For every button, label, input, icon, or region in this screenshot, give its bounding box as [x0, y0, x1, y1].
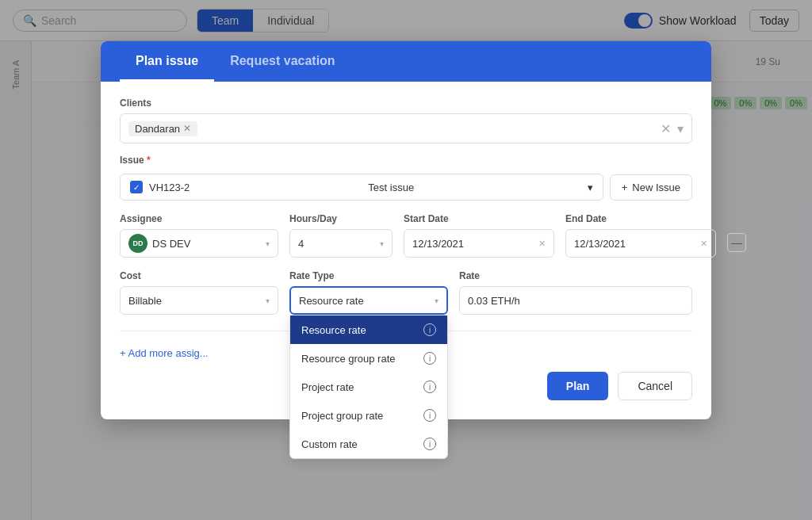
- end-date-value: 12/13/2021: [574, 238, 695, 250]
- rate-field-group: Rate 0.03 ETH/h: [459, 270, 692, 315]
- issue-id: VH123-2: [149, 182, 362, 193]
- dropdown-item-custom-rate[interactable]: Custom rate i: [290, 430, 447, 458]
- hours-select[interactable]: 4 ▾: [289, 229, 393, 258]
- rate-label: Rate: [459, 270, 692, 281]
- dropdown-item-project-group-rate[interactable]: Project group rate i: [290, 401, 447, 430]
- modal-tab-vacation[interactable]: Request vacation: [214, 41, 350, 82]
- assignee-row: Assignee DD DS DEV ▾ Hours/Day 4 ▾ Start…: [120, 213, 692, 258]
- rate-type-label: Rate Type: [289, 270, 448, 281]
- issue-select[interactable]: ✓ VH123-2 Test issue ▾: [120, 174, 603, 201]
- clients-field-group: Clients Dandaran ✕ ✕ ▾: [120, 98, 692, 143]
- resource-rate-info-icon[interactable]: i: [423, 323, 436, 336]
- issue-field-group: Issue ✓ VH123-2 Test issue ▾ + New Issue: [120, 155, 692, 201]
- end-date-input[interactable]: 12/13/2021 ✕: [565, 229, 716, 258]
- issue-checkbox-icon: ✓: [130, 181, 143, 193]
- start-date-clear-icon[interactable]: ✕: [538, 239, 546, 249]
- custom-rate-info-icon[interactable]: i: [423, 438, 436, 450]
- plan-button[interactable]: Plan: [547, 372, 609, 400]
- clients-clear-icon[interactable]: ✕: [661, 121, 671, 136]
- cost-select[interactable]: Billable ▾: [120, 286, 278, 315]
- project-rate-info-icon[interactable]: i: [423, 380, 436, 393]
- assignee-name: DS DEV: [152, 238, 261, 250]
- start-date-label: Start Date: [404, 213, 554, 224]
- end-date-label: End Date: [565, 213, 716, 224]
- dropdown-item-label: Resource group rate: [301, 353, 396, 365]
- hours-value: 4: [298, 238, 375, 250]
- start-date-input[interactable]: 12/13/2021 ✕: [404, 229, 554, 258]
- cost-row: Cost Billable ▾ Rate Type Resource rate …: [120, 270, 692, 315]
- rate-type-value: Resource rate: [299, 295, 430, 307]
- cost-chevron-icon: ▾: [266, 296, 270, 305]
- hours-field-group: Hours/Day 4 ▾: [289, 213, 393, 258]
- assignee-select[interactable]: DD DS DEV ▾: [120, 229, 278, 258]
- issue-chevron-icon: ▾: [588, 182, 593, 193]
- issue-label: Issue: [120, 155, 692, 166]
- dropdown-item-label: Resource rate: [301, 324, 366, 336]
- minus-icon: —: [731, 236, 742, 249]
- modal-header: Plan issue Request vacation: [101, 41, 711, 82]
- clients-field-icons: ✕ ▾: [661, 121, 684, 136]
- dropdown-item-project-rate[interactable]: Project rate i: [290, 373, 447, 401]
- hours-chevron-icon: ▾: [380, 239, 384, 248]
- dropdown-item-resource-rate[interactable]: Resource rate i: [290, 315, 447, 344]
- client-tag-name: Dandaran: [135, 123, 180, 135]
- cancel-button[interactable]: Cancel: [618, 372, 692, 400]
- new-issue-label: New Issue: [632, 182, 680, 193]
- clients-chevron-icon[interactable]: ▾: [677, 121, 684, 136]
- rate-type-dropdown: Resource rate i Resource group rate i Pr…: [289, 315, 448, 459]
- assignee-field-group: Assignee DD DS DEV ▾: [120, 213, 278, 258]
- cost-label: Cost: [120, 270, 278, 281]
- assignee-initials: DD: [133, 239, 144, 247]
- hours-label: Hours/Day: [289, 213, 393, 224]
- issue-row: ✓ VH123-2 Test issue ▾ + New Issue: [120, 174, 692, 201]
- new-issue-plus-icon: +: [622, 182, 628, 193]
- rate-type-chevron-icon: ▾: [435, 296, 439, 305]
- start-date-field-group: Start Date 12/13/2021 ✕: [404, 213, 554, 258]
- dropdown-item-label: Project group rate: [301, 410, 383, 422]
- cost-field-group: Cost Billable ▾: [120, 270, 278, 315]
- client-tag-remove[interactable]: ✕: [183, 123, 191, 134]
- start-date-value: 12/13/2021: [412, 238, 534, 250]
- assignee-chevron-icon: ▾: [266, 239, 270, 248]
- dropdown-item-resource-group-rate[interactable]: Resource group rate i: [290, 344, 447, 373]
- modal-tab-plan[interactable]: Plan issue: [120, 41, 214, 82]
- assignee-avatar: DD: [128, 234, 147, 253]
- end-date-field-group: End Date 12/13/2021 ✕: [565, 213, 716, 258]
- dropdown-item-label: Custom rate: [301, 438, 358, 450]
- modal-body: Clients Dandaran ✕ ✕ ▾ Issue ✓: [101, 82, 711, 419]
- issue-name: Test issue: [368, 182, 580, 193]
- assignee-label: Assignee: [120, 213, 278, 224]
- add-more-label: + Add more assig...: [120, 347, 209, 359]
- new-issue-button[interactable]: + New Issue: [610, 174, 692, 201]
- rate-value: 0.03 ETH/h: [468, 295, 520, 307]
- cost-value: Billable: [128, 295, 261, 307]
- rate-type-select[interactable]: Resource rate ▾: [289, 286, 448, 315]
- dropdown-item-label: Project rate: [301, 381, 354, 393]
- clients-input[interactable]: Dandaran ✕ ✕ ▾: [120, 113, 692, 143]
- rate-type-field-group: Rate Type Resource rate ▾ Resource rate …: [289, 270, 448, 315]
- clients-label: Clients: [120, 98, 692, 109]
- rate-value-display: 0.03 ETH/h: [459, 286, 692, 315]
- plan-issue-modal: Plan issue Request vacation Clients Dand…: [101, 41, 711, 419]
- project-group-rate-info-icon[interactable]: i: [423, 409, 436, 422]
- client-tag: Dandaran ✕: [128, 121, 197, 136]
- end-date-clear-icon[interactable]: ✕: [700, 239, 707, 249]
- resource-group-rate-info-icon[interactable]: i: [423, 352, 436, 365]
- remove-row-button[interactable]: —: [727, 233, 746, 252]
